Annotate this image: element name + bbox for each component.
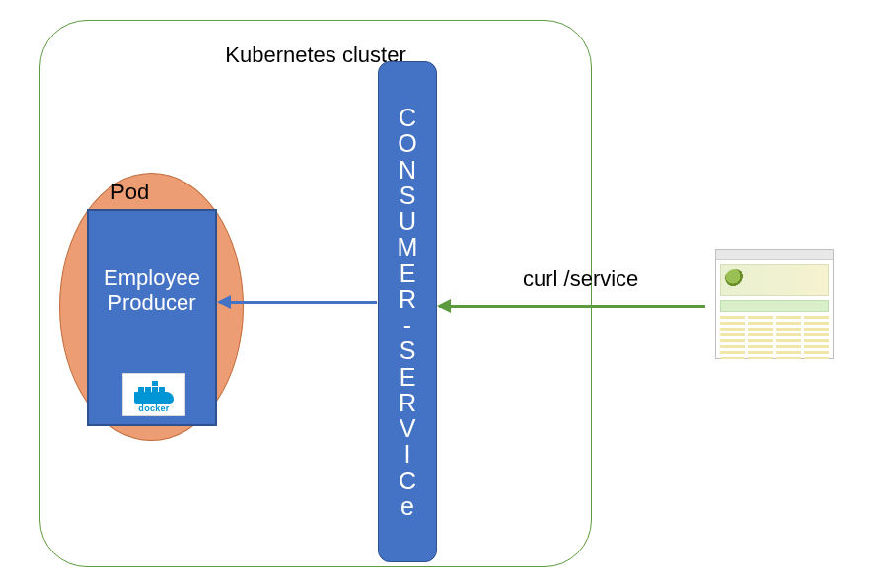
employee-producer-label: Employee Producer [89, 265, 215, 316]
client-browser-icon [715, 249, 834, 359]
employee-producer-line1: Employee [104, 265, 200, 290]
docker-icon: docker [122, 373, 185, 416]
docker-word: docker [138, 404, 169, 413]
employee-producer-line2: Producer [108, 290, 195, 315]
cluster-title: Kubernetes cluster [225, 42, 405, 68]
consumer-service-label: C O N S U M E R - S E R V I C e [398, 105, 418, 519]
consumer-service-box: C O N S U M E R - S E R V I C e [378, 61, 437, 562]
pod-label: Pod [110, 180, 149, 205]
docker-whale-glyph [134, 384, 174, 404]
employee-producer-box: Employee Producer docker [87, 209, 217, 426]
curl-request-label: curl /service [523, 266, 638, 292]
